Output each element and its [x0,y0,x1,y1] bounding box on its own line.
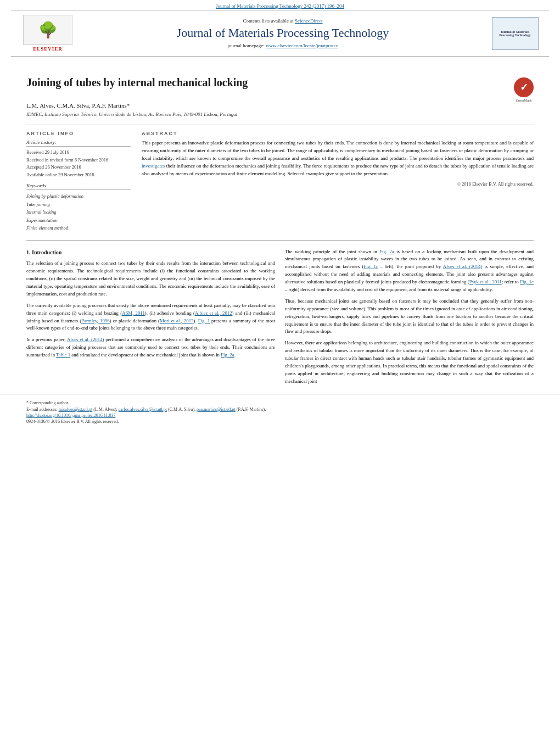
body-columns: 1. Introduction The selection of a joini… [0,248,560,389]
ref-fig1[interactable]: Fig. 1 [198,318,210,323]
ref-mori2013[interactable]: Mori et al., 2013 [160,318,193,323]
received-revised-date: Received in revised form 6 November 2016 [26,157,131,164]
elsevier-tree-icon: 🌳 [38,23,58,38]
right-logo-area: Journal of Materials Processing Technolo… [488,17,542,50]
accepted-date: Accepted 26 November 2016 [26,164,131,171]
journal-issue-link[interactable]: Journal of Materials Processing Technolo… [216,3,344,9]
keyword-3: Internal locking [26,208,131,216]
ref-fig2a-right[interactable]: Fig. 2a [379,249,394,254]
body-left-para2: The currently available joining processe… [26,302,275,333]
email2-link[interactable]: carlos.alves.silva@ist.utl.pt [119,407,167,412]
journal-header: 🌳 ELSEVIER Contents lists available at S… [11,10,549,57]
affiliation: IDMEC, Instituto Superior Técnico, Unive… [26,111,534,117]
abstract-header: ABSTRACT [142,131,534,136]
section1-heading: 1. Introduction [26,248,275,257]
ref-fig1c-left[interactable]: Fig. 1c [364,264,378,269]
right-logo-text: Journal of Materials Processing Technolo… [494,30,536,37]
investigates-word: investigates [142,163,165,169]
body-left-para1: The selection of a joining process to co… [26,260,275,298]
page-footer: * Corresponding author. E-mail addresses… [0,394,560,427]
email-footer: E-mail addresses: luisalves@ist.utl.pt (… [26,406,534,413]
body-right-col: The working principle of the joint shown… [285,248,534,389]
crossmark-label: CrossMark [516,98,532,102]
copyright-text: © 2016 Elsevier B.V. All rights reserved… [142,181,534,187]
keyword-4: Experimentation [26,216,131,224]
received-date: Received 29 July 2016 [26,149,131,157]
ref-asm2011[interactable]: ASM, 2011 [122,310,145,316]
doi-link[interactable]: http://dx.doi.org/10.1016/j.jmatprotec.2… [26,413,115,418]
corresponding-note: * Corresponding author. [26,400,534,406]
contents-available-text: Contents lists available at ScienceDirec… [78,18,488,24]
journal-url[interactable]: www.elsevier.com/locate/jmatprotec [266,43,338,48]
authors: L.M. Alves, C.M.A. Silva, P.A.F. Martins… [26,102,534,109]
elsevier-logo-box: 🌳 [23,15,72,45]
email1-link[interactable]: luisalves@ist.utl.pt [59,407,93,412]
keyword-2: Tube joining [26,200,131,208]
journal-homepage: journal homepage: www.elsevier.com/locat… [78,43,488,48]
keywords-label: Keywords: [26,183,131,190]
abstract-col: ABSTRACT This paper presents an innovati… [142,131,534,232]
ref-fig1c-right[interactable]: Fig. 1c [520,279,534,284]
journal-title-area: Contents lists available at ScienceDirec… [78,18,488,48]
body-left-para3: In a previous paper, Alves et al. (2014)… [26,336,275,359]
right-logo-box: Journal of Materials Processing Technolo… [492,17,539,50]
journal-top-bar: Journal of Materials Processing Technolo… [0,0,560,10]
ref-table1[interactable]: Table 1 [56,352,70,358]
footer-issn: 0924-0136/© 2016 Elsevier B.V. All right… [26,419,534,424]
article-info-header: ARTICLE INFO [26,131,131,136]
article-info-col: ARTICLE INFO Article history: Received 2… [26,131,131,232]
ref-parmley1996[interactable]: Parmley, 1996 [81,318,110,323]
sciencedirect-link[interactable]: ScienceDirect [295,18,322,24]
ref-albiez2012[interactable]: Albiez et al., 2012 [195,310,232,316]
article-info-abstract: ARTICLE INFO Article history: Received 2… [26,125,534,232]
footer-doi: http://dx.doi.org/10.1016/j.jmatprotec.2… [26,413,534,418]
title-row: Joining of tubes by internal mechanical … [26,75,534,102]
ref-alves2014-right[interactable]: Alves et al. (2014) [443,264,482,269]
page: Journal of Materials Processing Technolo… [0,0,560,742]
article-title: Joining of tubes by internal mechanical … [26,75,507,90]
title-area: Joining of tubes by internal mechanical … [26,75,507,95]
body-right-para2: Thus, because mechanical joints are gene… [285,298,534,336]
crossmark-icon: ✓ [514,77,534,97]
available-online-date: Available online 29 November 2016 [26,171,131,179]
body-left-col: 1. Introduction The selection of a joini… [26,248,275,389]
crossmark-area: ✓ CrossMark [514,77,534,102]
elsevier-label: ELSEVIER [33,46,63,52]
keyword-1: Joining by plastic deformation [26,192,131,200]
crossmark-badge: ✓ CrossMark [514,77,534,102]
article-section: Joining of tubes by internal mechanical … [0,57,560,232]
keywords-section: Keywords: Joining by plastic deformation… [26,183,131,232]
ref-fig2a[interactable]: Fig. 2a [221,352,234,358]
article-history-label: Article history: [26,140,131,147]
body-right-para3: However, there are applications belongin… [285,339,534,385]
section-divider [26,240,534,241]
ref-psyk2011[interactable]: Psyk et al., 2011 [469,279,502,284]
elsevier-logo-area: 🌳 ELSEVIER [18,15,78,52]
journal-title: Journal of Materials Processing Technolo… [78,26,488,40]
body-right-para1: The working principle of the joint shown… [285,248,534,294]
abstract-text: This paper presents an innovative plasti… [142,140,534,178]
ref-alves2014[interactable]: Alves et al. (2014) [67,337,104,342]
email3-link[interactable]: paa.martins@ist.utl.pt [197,407,236,412]
keyword-5: Finite element method [26,224,131,232]
